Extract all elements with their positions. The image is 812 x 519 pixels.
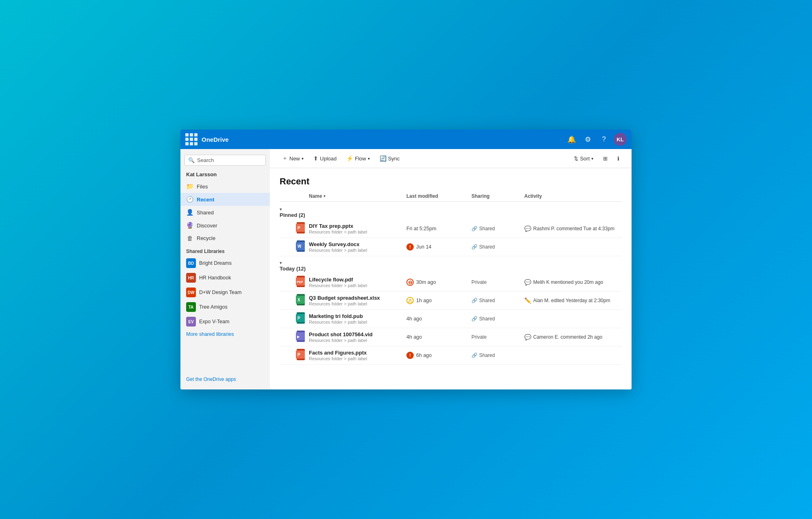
sort-icon: ⇅ bbox=[574, 156, 578, 162]
mention-icon: 💬 bbox=[524, 279, 531, 285]
more-libraries-link[interactable]: More shared libraries bbox=[180, 329, 270, 340]
sidebar-item-bright-dreams[interactable]: BD Bright Dreams bbox=[180, 256, 270, 270]
flow-chevron-icon: ▾ bbox=[368, 156, 370, 161]
upload-button[interactable]: ⬆ Upload bbox=[309, 153, 341, 164]
file-date: ! Jun 14 bbox=[406, 243, 471, 251]
bright-dreams-badge: BD bbox=[186, 258, 196, 268]
notification-icon[interactable]: 🔔 bbox=[565, 133, 578, 146]
file-icon-col: ▶ bbox=[294, 331, 309, 344]
file-row[interactable]: P DIY Tax prep.pptx Resources folder > p… bbox=[280, 220, 622, 238]
tree-amigos-badge: TA bbox=[186, 302, 196, 312]
col-activity: Activity bbox=[524, 193, 622, 199]
app-window: OneDrive 🔔 ⚙ ? KL 🔍 Search Kat Larsson 📁… bbox=[180, 130, 632, 389]
content-area: ＋ New ▾ ⬆ Upload ⚡ Flow ▾ 🔄 Sync bbox=[270, 149, 632, 389]
file-icon-col: PDF bbox=[294, 276, 309, 289]
ppt-icon: P bbox=[296, 222, 307, 235]
search-icon: 🔍 bbox=[188, 157, 195, 163]
flow-button[interactable]: ⚡ Flow ▾ bbox=[342, 153, 373, 164]
grid-icon[interactable] bbox=[185, 133, 198, 145]
error-badge: ! bbox=[406, 243, 414, 251]
col-last-modified: Last modified bbox=[406, 193, 471, 199]
sidebar-item-discover[interactable]: 🔮 Discover bbox=[180, 219, 270, 232]
sort-label: Sort bbox=[580, 156, 590, 162]
sidebar-item-recycle[interactable]: 🗑 Recycle bbox=[180, 232, 270, 244]
sidebar-item-hr-handbook[interactable]: HR HR Handbook bbox=[180, 270, 270, 285]
search-label: Search bbox=[197, 157, 214, 163]
recent-icon: 🕐 bbox=[186, 196, 193, 203]
sidebar-item-expo-vteam[interactable]: EV Expo V-Team bbox=[180, 314, 270, 329]
file-date: 4h ago bbox=[406, 316, 471, 322]
pub-icon: P bbox=[296, 312, 307, 325]
info-icon: ℹ bbox=[617, 156, 619, 162]
file-sharing: 🔗 Shared bbox=[471, 298, 524, 303]
sidebar: 🔍 Search Kat Larsson 📁 Files 🕐 Recent 👤 … bbox=[180, 149, 270, 389]
share-icon: 🔗 bbox=[471, 244, 478, 250]
view-toggle-button[interactable]: ⊞ bbox=[599, 153, 612, 164]
file-sharing: 🔗 Shared bbox=[471, 316, 524, 322]
col-sharing: Sharing bbox=[471, 193, 524, 199]
file-info: Q3 Budget spreadsheet.xlsx Resources fol… bbox=[309, 295, 406, 306]
file-activity: 💬 Rashmi P. commented Tue at 4:33pm bbox=[524, 225, 622, 232]
sidebar-item-files[interactable]: 📁 Files bbox=[180, 180, 270, 193]
file-row[interactable]: ▶ Product shot 1007564.vid Resources fol… bbox=[280, 328, 622, 346]
share-icon: 🔗 bbox=[471, 298, 478, 303]
file-date: ! 6h ago bbox=[406, 352, 471, 359]
sidebar-item-shared[interactable]: 👤 Shared bbox=[180, 206, 270, 219]
discover-icon: 🔮 bbox=[186, 222, 193, 229]
sidebar-item-recent-label: Recent bbox=[197, 197, 214, 203]
svg-text:P: P bbox=[297, 316, 300, 320]
get-app-link[interactable]: Get the OneDrive apps bbox=[180, 372, 270, 386]
search-box[interactable]: 🔍 Search bbox=[185, 155, 266, 166]
settings-icon[interactable]: ⚙ bbox=[581, 133, 594, 146]
file-info: Weekly Survey.docx Resources folder > pa… bbox=[309, 241, 406, 253]
file-row[interactable]: PDF Lifecycle flow.pdf Resources folder … bbox=[280, 273, 622, 292]
column-headers: Name ▾ Last modified Sharing Activity bbox=[280, 193, 622, 202]
svg-text:P: P bbox=[297, 226, 300, 230]
blocked-badge: ⊖ bbox=[406, 279, 414, 286]
file-row[interactable]: P Facts and Figures.pptx Resources folde… bbox=[280, 346, 622, 365]
file-activity: 💬 Melih K mentioned you 20m ago bbox=[524, 279, 622, 285]
info-button[interactable]: ℹ bbox=[613, 153, 623, 164]
svg-text:X: X bbox=[297, 298, 300, 302]
pdf-icon: PDF bbox=[296, 276, 307, 289]
file-row[interactable]: P Marketing tri fold.pub Resources folde… bbox=[280, 310, 622, 328]
hr-handbook-label: HR Handbook bbox=[199, 275, 231, 281]
sort-button[interactable]: ⇅ Sort ▾ bbox=[570, 153, 597, 164]
sidebar-item-recent[interactable]: 🕐 Recent bbox=[180, 193, 270, 206]
app-title: OneDrive bbox=[202, 136, 229, 143]
today-section-header[interactable]: ▾ Today (12) bbox=[280, 256, 622, 273]
help-icon[interactable]: ? bbox=[597, 133, 610, 146]
pinned-chevron-icon: ▾ bbox=[280, 207, 294, 212]
upload-icon: ⬆ bbox=[313, 155, 318, 162]
new-label: New bbox=[289, 156, 300, 162]
sidebar-item-files-label: Files bbox=[197, 184, 208, 190]
file-row[interactable]: X Q3 Budget spreadsheet.xlsx Resources f… bbox=[280, 292, 622, 310]
file-icon-col: P bbox=[294, 349, 309, 362]
flow-label: Flow bbox=[355, 156, 366, 162]
ppt-icon: P bbox=[296, 349, 307, 362]
upload-label: Upload bbox=[320, 156, 337, 162]
file-activity: 💬 Cameron E. commented 2h ago bbox=[524, 334, 622, 340]
tree-amigos-label: Tree Amigos bbox=[199, 304, 228, 310]
sidebar-item-dw-design[interactable]: DW D+W Design Team bbox=[180, 285, 270, 300]
pinned-section-title: Pinned (2) bbox=[280, 212, 406, 218]
file-sharing: 🔗 Shared bbox=[471, 352, 524, 358]
col-name[interactable]: Name ▾ bbox=[309, 193, 406, 199]
sort-chevron-icon: ▾ bbox=[591, 156, 593, 161]
file-date: ⚠ 1h ago bbox=[406, 297, 471, 304]
sidebar-item-tree-amigos[interactable]: TA Tree Amigos bbox=[180, 300, 270, 314]
main-layout: 🔍 Search Kat Larsson 📁 Files 🕐 Recent 👤 … bbox=[180, 149, 632, 389]
pinned-section-header[interactable]: ▾ Pinned (2) bbox=[280, 203, 622, 220]
dw-design-label: D+W Design Team bbox=[199, 290, 241, 295]
bright-dreams-label: Bright Dreams bbox=[199, 260, 232, 266]
file-sharing: 🔗 Shared bbox=[471, 244, 524, 250]
edit-icon: ✏️ bbox=[524, 297, 531, 304]
file-info: Product shot 1007564.vid Resources folde… bbox=[309, 331, 406, 343]
svg-text:W: W bbox=[297, 244, 302, 249]
sidebar-item-recycle-label: Recycle bbox=[197, 235, 215, 241]
file-row[interactable]: W Weekly Survey.docx Resources folder > … bbox=[280, 238, 622, 256]
new-icon: ＋ bbox=[282, 155, 288, 162]
sync-button[interactable]: 🔄 Sync bbox=[376, 153, 404, 164]
avatar[interactable]: KL bbox=[614, 133, 627, 146]
new-button[interactable]: ＋ New ▾ bbox=[278, 152, 308, 164]
